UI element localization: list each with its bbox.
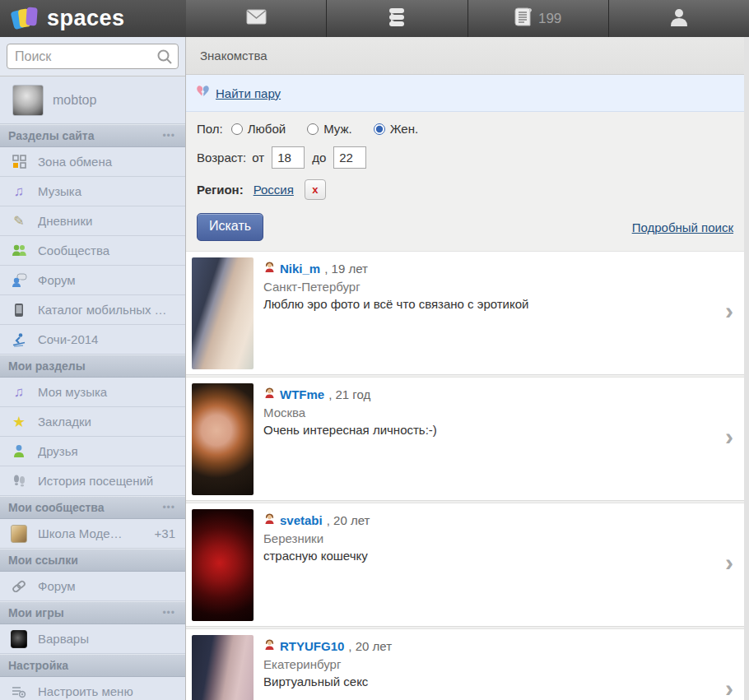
section-header-my-communities: Мои сообщества ••• xyxy=(0,496,185,519)
result-username[interactable]: Niki_m xyxy=(280,262,320,276)
gender-option-female[interactable]: Жен. xyxy=(374,122,418,136)
sidebar-item-label: Форум xyxy=(38,273,175,287)
chain-link-icon xyxy=(11,578,27,595)
section-title: Мои сообщества xyxy=(8,501,105,514)
result-age: , 20 лет xyxy=(348,639,392,653)
sidebar-item-label: Настроить меню xyxy=(38,684,175,698)
music-note-icon: ♫ xyxy=(11,384,27,401)
exchange-grid-icon xyxy=(11,154,27,170)
sidebar-item-label: Музыка xyxy=(38,184,175,198)
sidebar-item-communities[interactable]: Сообщества xyxy=(0,236,185,266)
gender-option-label: Любой xyxy=(248,122,286,136)
gender-option-any[interactable]: Любой xyxy=(231,122,286,136)
region-remove-button[interactable]: x xyxy=(305,179,326,200)
result-city: Екатеринбург xyxy=(263,657,392,671)
section-title: Разделы сайта xyxy=(8,129,94,142)
result-username[interactable]: svetabi xyxy=(280,513,323,527)
sidebar-item-label: Каталог мобильных … xyxy=(38,303,175,317)
section-menu-dots-icon[interactable]: ••• xyxy=(162,607,175,619)
gender-option-label: Муж. xyxy=(323,122,352,136)
sidebar-item-forum[interactable]: Форум xyxy=(0,266,185,295)
profile-photo[interactable] xyxy=(192,509,254,621)
sidebar-item-community-shkola[interactable]: Школа Моде… +31 xyxy=(0,519,185,549)
gender-filter-row: Пол: Любой Муж. Жен. xyxy=(197,122,733,136)
gender-option-label: Жен. xyxy=(390,122,418,136)
sidebar-item-label: Дневники xyxy=(38,214,175,228)
mobile-phone-icon xyxy=(11,302,27,318)
tab-events[interactable]: 199 xyxy=(468,0,608,37)
female-user-icon xyxy=(263,638,276,654)
community-avatar xyxy=(11,526,27,542)
search-icon[interactable] xyxy=(156,49,173,68)
sidebar-item-label: Сообщества xyxy=(38,243,175,257)
sidebar-item-visit-history[interactable]: История посещений xyxy=(0,466,185,496)
profile-photo[interactable] xyxy=(192,257,254,369)
star-icon: ★ xyxy=(11,414,27,430)
female-user-icon xyxy=(263,261,276,276)
result-username[interactable]: RTYUFG10 xyxy=(280,639,344,653)
result-city: Москва xyxy=(263,406,437,420)
gender-radio-male[interactable] xyxy=(307,123,319,135)
region-value-link[interactable]: Россия xyxy=(254,183,294,197)
result-username[interactable]: WTFme xyxy=(280,387,324,401)
result-row-svetabi[interactable]: svetabi , 20 лет Березники страсную коше… xyxy=(186,503,744,627)
sidebar: mobtop Разделы сайта ••• Зона обмена ♫ М… xyxy=(0,37,186,700)
friend-person-icon xyxy=(11,443,27,460)
gender-radio-female[interactable] xyxy=(374,123,385,135)
result-description: страсную кошечку xyxy=(263,549,370,563)
section-header-my-sections: Мои разделы xyxy=(0,355,185,378)
profile-icon xyxy=(669,7,689,30)
chevron-right-icon[interactable]: › xyxy=(725,550,733,575)
advanced-search-link[interactable]: Подробный поиск xyxy=(632,220,733,234)
sidebar-item-bookmarks[interactable]: ★ Закладки xyxy=(0,407,185,437)
age-from-input[interactable] xyxy=(272,146,305,169)
search-input[interactable] xyxy=(7,44,179,69)
section-title: Мои ссылки xyxy=(8,554,78,567)
sidebar-item-exchange-zone[interactable]: Зона обмена xyxy=(0,147,185,177)
communities-people-icon xyxy=(11,243,27,259)
sidebar-item-sochi-2014[interactable]: Сочи-2014 xyxy=(0,325,185,355)
sidebar-item-mobile-catalog[interactable]: Каталог мобильных … xyxy=(0,295,185,325)
chevron-right-icon[interactable]: › xyxy=(725,299,733,323)
sidebar-item-label: Школа Моде… xyxy=(38,526,150,540)
section-menu-dots-icon[interactable]: ••• xyxy=(162,502,175,513)
find-pair-row: Найти пару xyxy=(186,75,744,112)
sidebar-item-music[interactable]: ♫ Музыка xyxy=(0,177,185,206)
result-age: , 21 год xyxy=(328,387,370,401)
result-row-niki-m[interactable]: Niki_m , 19 лет Санкт-Петербург Люблю эр… xyxy=(186,251,744,375)
female-user-icon xyxy=(263,387,276,402)
sidebar-item-diaries[interactable]: ✎ Дневники xyxy=(0,206,185,236)
sidebar-item-my-music[interactable]: ♫ Моя музыка xyxy=(0,378,185,407)
menu-settings-icon xyxy=(11,684,27,700)
tab-mail[interactable] xyxy=(186,0,326,37)
events-scroll-icon xyxy=(514,7,533,30)
age-to-input[interactable] xyxy=(333,146,366,169)
find-pair-link[interactable]: Найти пару xyxy=(216,86,281,100)
section-header-settings: Настройка xyxy=(0,654,185,677)
chevron-right-icon[interactable]: › xyxy=(725,676,733,700)
section-menu-dots-icon[interactable]: ••• xyxy=(162,130,175,141)
profile-photo[interactable] xyxy=(192,383,254,495)
age-filter-row: Возраст: от до xyxy=(197,146,733,169)
search-submit-button[interactable]: Искать xyxy=(197,213,263,241)
page-title-bar: Знакомства xyxy=(186,37,744,75)
sidebar-item-friends[interactable]: Друзья xyxy=(0,437,185,466)
sidebar-item-game-varvary[interactable]: Варвары xyxy=(0,624,185,654)
logo[interactable]: spaces xyxy=(0,0,186,37)
spaces-app: spaces 199 xyxy=(0,0,749,700)
sidebar-item-link-forum[interactable]: Форум xyxy=(0,572,185,601)
profile-photo[interactable] xyxy=(192,635,254,700)
sidebar-item-label: Зона обмена xyxy=(38,155,175,169)
gender-radio-any[interactable] xyxy=(231,123,243,135)
result-city: Березники xyxy=(263,531,370,545)
result-row-rtyufg10[interactable]: RTYUFG10 , 20 лет Екатеринбург Виртуальн… xyxy=(186,628,744,700)
tab-profile[interactable] xyxy=(608,0,749,37)
chevron-right-icon[interactable]: › xyxy=(725,424,733,449)
tab-forums[interactable] xyxy=(326,0,467,37)
user-profile-row[interactable]: mobtop xyxy=(0,76,185,124)
sidebar-item-configure-menu[interactable]: Настроить меню xyxy=(0,677,185,700)
music-note-icon: ♫ xyxy=(11,183,27,200)
gender-option-male[interactable]: Муж. xyxy=(307,122,352,136)
skier-icon xyxy=(11,331,27,348)
result-row-wtfme[interactable]: WTFme , 21 год Москва Очень интересная л… xyxy=(186,377,744,501)
